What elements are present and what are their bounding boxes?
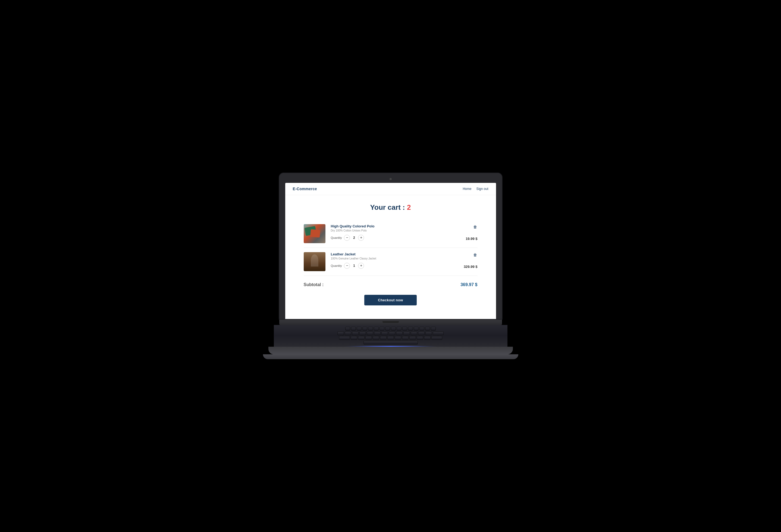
item-image-polo xyxy=(304,224,325,243)
increase-qty-button[interactable]: + xyxy=(358,235,364,241)
page-title: Your cart : 2 xyxy=(301,203,480,212)
quantity-label: Quantity xyxy=(331,236,342,239)
item-description: 100% Genuine Leather Classy Jacket xyxy=(331,257,450,260)
nav-signout[interactable]: Sign out xyxy=(476,187,488,191)
item-right-jacket: 🗑 329.99 $ xyxy=(456,252,478,269)
polo-image xyxy=(304,224,325,243)
cart-items: High Quality Colored Polo Dry 100% Cotto… xyxy=(304,220,478,276)
trash-icon: 🗑 xyxy=(473,253,477,257)
subtotal-row: Subtotal : 369.97 $ xyxy=(304,282,478,287)
item-image-jacket xyxy=(304,252,325,271)
laptop-keyboard xyxy=(274,325,507,347)
quantity-row: Quantity − 1 + xyxy=(331,263,450,269)
item-name: Leather Jacket xyxy=(331,252,450,256)
camera xyxy=(389,178,392,180)
subtotal-value: 369.97 $ xyxy=(460,282,477,287)
item-price: 329.99 $ xyxy=(464,264,478,269)
subtotal-label: Subtotal : xyxy=(304,282,324,287)
screen-bezel: E-Commerce Home Sign out Your cart : 2 xyxy=(279,173,502,319)
trash-icon: 🗑 xyxy=(473,225,477,229)
cart-item: Leather Jacket 100% Genuine Leather Clas… xyxy=(304,248,478,276)
quantity-value: 2 xyxy=(352,236,356,240)
laptop-hinge xyxy=(279,319,502,325)
cart-count: 2 xyxy=(407,203,411,211)
checkout-button[interactable]: Checkout now xyxy=(364,295,416,305)
navbar: E-Commerce Home Sign out xyxy=(285,183,496,195)
laptop-base xyxy=(269,347,513,354)
item-right-polo: 🗑 19.99 $ xyxy=(456,224,478,241)
item-description: Dry 100% Cotton Unisex Polo xyxy=(331,229,450,232)
screen: E-Commerce Home Sign out Your cart : 2 xyxy=(285,183,496,319)
brand-logo: E-Commerce xyxy=(293,187,317,191)
quantity-row: Quantity − 2 + xyxy=(331,235,450,241)
cart-item: High Quality Colored Polo Dry 100% Cotto… xyxy=(304,220,478,248)
item-price: 19.99 $ xyxy=(466,237,477,241)
page-content: Your cart : 2 High Quality Colored Polo … xyxy=(285,195,496,319)
delete-item-button[interactable]: 🗑 xyxy=(473,252,478,257)
quantity-value: 1 xyxy=(352,264,356,268)
jacket-image xyxy=(304,252,325,271)
item-details-jacket: Leather Jacket 100% Genuine Leather Clas… xyxy=(331,252,450,269)
laptop-foot xyxy=(263,354,518,359)
nav-home[interactable]: Home xyxy=(463,187,471,191)
checkout-row: Checkout now xyxy=(301,295,480,305)
delete-item-button[interactable]: 🗑 xyxy=(473,224,478,230)
increase-qty-button[interactable]: + xyxy=(358,263,364,269)
nav-links: Home Sign out xyxy=(463,187,488,191)
decrease-qty-button[interactable]: − xyxy=(344,263,350,269)
item-name: High Quality Colored Polo xyxy=(331,224,450,228)
decrease-qty-button[interactable]: − xyxy=(344,235,350,241)
laptop-frame: E-Commerce Home Sign out Your cart : 2 xyxy=(279,173,502,359)
quantity-label: Quantity xyxy=(331,264,342,268)
laptop-notch xyxy=(382,321,399,323)
item-details-polo: High Quality Colored Polo Dry 100% Cotto… xyxy=(331,224,450,241)
